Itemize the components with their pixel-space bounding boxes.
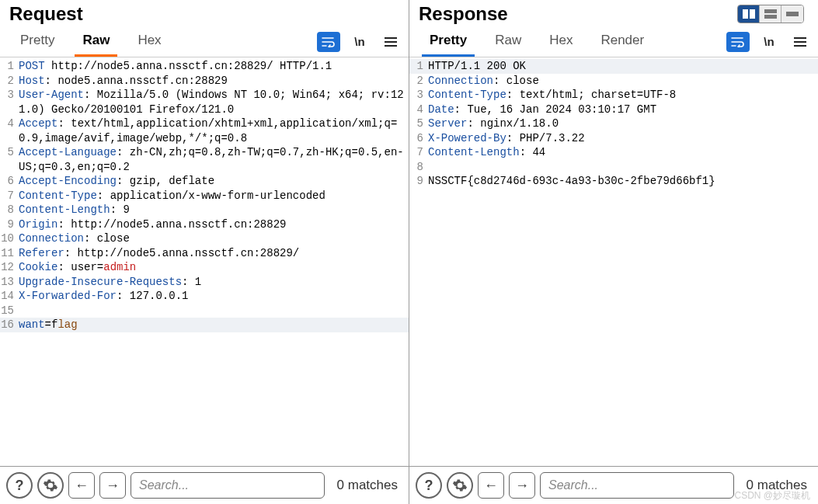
next-match-button[interactable]: →: [509, 472, 535, 499]
request-tabs: Pretty Raw Hex \n: [0, 26, 409, 57]
code-line: 9Origin: http://node5.anna.nssctf.cn:288…: [0, 217, 409, 232]
svg-rect-0: [743, 9, 748, 19]
help-icon[interactable]: ?: [416, 472, 442, 499]
code-line: 1HTTP/1.1 200 OK: [409, 59, 818, 74]
tab-raw-request[interactable]: Raw: [75, 28, 117, 56]
menu-icon[interactable]: [379, 32, 402, 52]
code-line: 4Date: Tue, 16 Jan 2024 03:10:17 GMT: [409, 103, 818, 117]
response-viewer[interactable]: 1HTTP/1.1 200 OK2Connection: close3Conte…: [409, 57, 818, 466]
tab-hex-response[interactable]: Hex: [541, 28, 580, 56]
svg-rect-3: [764, 15, 777, 19]
code-line: 2Host: node5.anna.nssctf.cn:28829: [0, 74, 409, 89]
tab-hex-request[interactable]: Hex: [130, 28, 169, 56]
menu-icon[interactable]: [788, 32, 812, 52]
prev-match-button[interactable]: ←: [68, 472, 95, 499]
tab-pretty-request[interactable]: Pretty: [12, 28, 62, 56]
code-line: 1POST http://node5.anna.nssctf.cn:28829/…: [0, 59, 409, 74]
code-line: 6Accept-Encoding: gzip, deflate: [0, 174, 409, 189]
gear-icon[interactable]: [447, 472, 473, 499]
match-count: 0 matches: [747, 478, 807, 493]
request-editor[interactable]: 1POST http://node5.anna.nssctf.cn:28829/…: [0, 57, 409, 466]
code-line: 9NSSCTF{c8d2746d-693c-4a93-b30c-2fbe79d6…: [409, 174, 818, 189]
code-line: 5Server: nginx/1.18.0: [409, 116, 818, 131]
code-line: 5Accept-Language: zh-CN,zh;q=0.8,zh-TW;q…: [0, 145, 409, 174]
layout-single-icon[interactable]: [781, 5, 803, 23]
newline-toggle[interactable]: \n: [348, 32, 371, 52]
response-tabs: Pretty Raw Hex Render \n: [409, 26, 818, 57]
code-line: 13Upgrade-Insecure-Requests: 1: [0, 275, 409, 290]
code-line: 8Content-Length: 9: [0, 203, 409, 217]
gear-icon[interactable]: [37, 472, 64, 499]
code-line: 11Referer: http://node5.anna.nssctf.cn:2…: [0, 246, 409, 261]
layout-split-icon[interactable]: [738, 5, 760, 23]
request-pane: Request Pretty Raw Hex \n 1POST http://n…: [0, 0, 409, 466]
response-footer: ? ← → 0 matches: [409, 467, 818, 504]
code-line: 4Accept: text/html,application/xhtml+xml…: [0, 116, 409, 145]
code-line: 8: [409, 160, 818, 175]
code-line: 15: [0, 304, 409, 318]
svg-rect-4: [786, 12, 799, 16]
response-title: Response: [419, 3, 508, 25]
response-pane: Response Pretty Raw Hex Render \n 1HTTP/…: [409, 0, 818, 466]
tab-render-response[interactable]: Render: [593, 28, 652, 56]
code-line: 2Connection: close: [409, 74, 818, 89]
code-line: 12Cookie: user=admin: [0, 260, 409, 275]
search-input[interactable]: [131, 472, 325, 499]
tab-pretty-response[interactable]: Pretty: [422, 28, 475, 56]
code-line: 3Content-Type: text/html; charset=UTF-8: [409, 88, 818, 103]
code-line: 16want=flag: [0, 318, 409, 332]
svg-rect-2: [764, 9, 777, 13]
code-line: 7Content-Length: 44: [409, 145, 818, 160]
svg-rect-1: [750, 9, 755, 19]
next-match-button[interactable]: →: [99, 472, 126, 499]
layout-toggle: [737, 5, 804, 23]
code-line: 7Content-Type: application/x-www-form-ur…: [0, 189, 409, 203]
prev-match-button[interactable]: ←: [478, 472, 504, 499]
request-title: Request: [9, 3, 83, 25]
match-count: 0 matches: [337, 478, 398, 493]
wrap-icon[interactable]: [726, 32, 750, 52]
help-icon[interactable]: ?: [6, 472, 33, 499]
search-input[interactable]: [540, 472, 734, 499]
layout-stack-icon[interactable]: [760, 5, 781, 23]
request-footer: ? ← → 0 matches: [0, 467, 409, 504]
code-line: 3User-Agent: Mozilla/5.0 (Windows NT 10.…: [0, 88, 409, 116]
code-line: 10Connection: close: [0, 231, 409, 246]
wrap-icon[interactable]: [317, 32, 340, 52]
code-line: 14X-Forwarded-For: 127.0.0.1: [0, 289, 409, 304]
tab-raw-response[interactable]: Raw: [487, 28, 529, 56]
newline-toggle[interactable]: \n: [757, 32, 781, 52]
code-line: 6X-Powered-By: PHP/7.3.22: [409, 131, 818, 146]
